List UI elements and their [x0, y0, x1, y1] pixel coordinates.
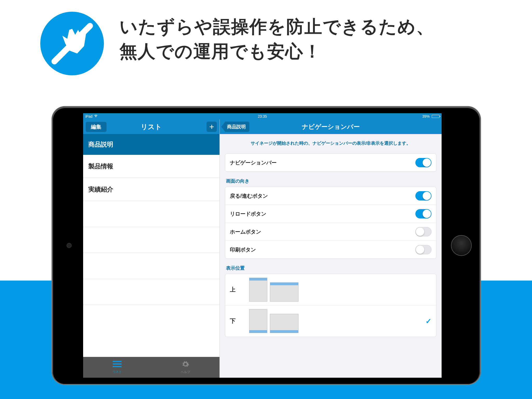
svg-rect-3 — [113, 366, 122, 367]
tab-help[interactable]: ヘルプ — [151, 357, 220, 378]
back-forward-cell: 戻る/進むボタン — [225, 187, 436, 205]
back-forward-label: 戻る/進むボタン — [230, 192, 268, 200]
position-top-cell[interactable]: 上 — [225, 274, 436, 305]
position-top-label: 上 — [230, 286, 240, 294]
clock: 23:35 — [258, 114, 267, 118]
tab-list-label: リスト — [112, 370, 122, 374]
position-group: 上 下 ✓ — [225, 274, 436, 337]
detail-header: 商品説明 ナビゲーションバー — [220, 119, 442, 134]
tab-bar: リスト ヘルプ — [83, 357, 220, 378]
instruction-text: サイネージが開始された時の、ナビゲーションバーの表示/非表示を選択します。 — [225, 134, 436, 154]
device-label: iPad — [85, 114, 92, 118]
reload-label: リロードボタン — [230, 210, 266, 217]
detail-panel: 商品説明 ナビゲーションバー サイネージが開始された時の、ナビゲーションバーの表… — [220, 119, 442, 378]
back-button[interactable]: 商品説明 — [221, 122, 249, 132]
position-bottom-cell[interactable]: 下 ✓ — [225, 305, 436, 337]
no-touch-icon — [40, 12, 104, 75]
screen: iPad 23:35 39% 編集 リスト + 商品説明 — [83, 113, 442, 378]
headline: いたずらや誤操作を防止できるため、 無人での運用でも安心！ — [119, 14, 434, 64]
sidebar-item-product-info[interactable]: 製品情報 — [83, 155, 220, 178]
sidebar-header: 編集 リスト + — [83, 119, 220, 134]
headline-line-1: いたずらや誤操作を防止できるため、 — [119, 14, 434, 39]
status-bar: iPad 23:35 39% — [83, 113, 442, 119]
back-forward-toggle[interactable] — [415, 191, 431, 201]
check-icon: ✓ — [425, 317, 431, 325]
back-button-label: 商品説明 — [225, 122, 249, 132]
position-bottom-thumbs — [249, 309, 298, 333]
sidebar-item-selected[interactable]: 商品説明 — [83, 134, 220, 155]
list-placeholder — [83, 227, 220, 253]
list-placeholder — [83, 253, 220, 279]
sidebar: 編集 リスト + 商品説明 製品情報 実績紹介 — [83, 119, 220, 378]
thumb-landscape-top — [270, 282, 298, 302]
button-toggles-group: 戻る/進むボタン リロードボタン ホームボタン — [225, 187, 436, 259]
battery-icon — [432, 115, 440, 118]
navbar-toggle-group: ナビゲーションバー — [225, 154, 436, 172]
navbar-toggle-label: ナビゲーションバー — [230, 159, 277, 166]
section-orientation-header: 画面の向き — [226, 178, 436, 184]
print-toggle[interactable] — [415, 245, 431, 254]
list-placeholder — [83, 279, 220, 305]
sidebar-title: リスト — [141, 122, 162, 131]
battery-percent: 39% — [422, 114, 430, 118]
home-toggle[interactable] — [415, 227, 431, 236]
svg-rect-2 — [113, 363, 122, 364]
gear-icon — [182, 360, 189, 369]
thumb-landscape-bottom — [270, 314, 298, 333]
print-label: 印刷ボタン — [230, 246, 256, 253]
tab-help-label: ヘルプ — [181, 370, 190, 374]
home-label: ホームボタン — [230, 228, 261, 235]
navbar-toggle-cell: ナビゲーションバー — [225, 154, 436, 171]
headline-line-2: 無人での運用でも安心！ — [119, 39, 434, 64]
thumb-portrait-bottom — [249, 309, 267, 333]
list-placeholder — [83, 201, 220, 227]
sidebar-list: 製品情報 実績紹介 — [83, 155, 220, 357]
ipad-frame: iPad 23:35 39% 編集 リスト + 商品説明 — [52, 107, 481, 384]
reload-cell: リロードボタン — [225, 205, 436, 223]
position-top-thumbs — [249, 278, 298, 302]
svg-rect-1 — [113, 361, 122, 362]
edit-button[interactable]: 編集 — [86, 122, 107, 132]
home-cell: ホームボタン — [225, 223, 436, 241]
chevron-left-icon — [221, 122, 225, 131]
front-camera — [67, 243, 71, 248]
position-bottom-label: 下 — [230, 317, 240, 325]
detail-title: ナビゲーションバー — [302, 123, 360, 131]
add-button[interactable]: + — [207, 122, 217, 132]
list-icon — [113, 361, 122, 369]
home-button[interactable] — [451, 235, 472, 256]
tab-list[interactable]: リスト — [83, 357, 151, 378]
thumb-portrait-top — [249, 278, 267, 302]
wifi-icon — [94, 114, 98, 118]
navbar-toggle[interactable] — [415, 158, 431, 167]
print-cell: 印刷ボタン — [225, 241, 436, 258]
section-position-header: 表示位置 — [226, 265, 436, 271]
sidebar-item-works[interactable]: 実績紹介 — [83, 178, 220, 201]
reload-toggle[interactable] — [415, 209, 431, 218]
